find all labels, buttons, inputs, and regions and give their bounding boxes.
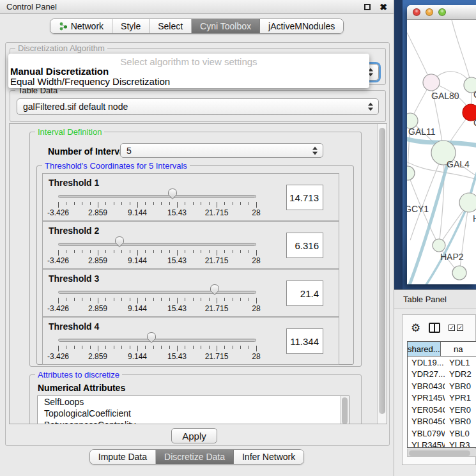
slider-thumb-icon[interactable]: [146, 332, 157, 346]
cell-shared-name: YPR145W: [408, 393, 445, 403]
column-header-shared[interactable]: shared...: [408, 342, 441, 356]
slider-thumb-icon[interactable]: [210, 284, 220, 298]
table-row[interactable]: YLR345WYLR3: [408, 440, 476, 449]
table-horizontal-scrollbar[interactable]: [407, 449, 476, 457]
slider-tick: [185, 298, 185, 301]
table-row[interactable]: YDL19...YDL1: [408, 357, 476, 369]
tab-select[interactable]: Select: [150, 19, 192, 33]
threshold-value-field[interactable]: 6.316: [286, 233, 323, 258]
slider-thumb-icon[interactable]: [114, 236, 125, 250]
table-data-select[interactable]: galFiltered.sif default node: [17, 98, 379, 115]
bottom-tab-impute-data[interactable]: Impute Data: [90, 450, 156, 464]
apply-button[interactable]: Apply: [171, 428, 217, 443]
close-traffic-light[interactable]: [413, 8, 420, 16]
column-header-name[interactable]: na: [441, 342, 476, 356]
node-label: H: [473, 213, 476, 224]
table-row[interactable]: YDR27...YDR2: [408, 369, 476, 381]
slider-tick: [169, 346, 170, 349]
slider-tick: [185, 250, 185, 253]
network-node[interactable]: [452, 266, 466, 280]
tab-network[interactable]: Network: [50, 19, 112, 33]
algorithm-dropdown-popup: Select algorithm to view settings Manual…: [8, 54, 369, 88]
slider-track[interactable]: [58, 339, 256, 342]
slider-tick: [145, 202, 146, 205]
gear-icon[interactable]: ⚙: [411, 323, 420, 334]
slider-tick: [82, 298, 82, 301]
slider-tick: [130, 298, 130, 301]
list-scrollbar[interactable]: [340, 396, 349, 424]
slider-tick: [185, 346, 185, 349]
table-row[interactable]: YBR043CYBR0: [408, 380, 476, 392]
zoom-traffic-light[interactable]: [438, 8, 446, 16]
algorithm-option-equal-width[interactable]: Equal Width/Frequency Discretization: [10, 76, 170, 87]
checked-checkbox-icon[interactable]: ✓: [457, 325, 463, 331]
attributes-group: Attributes to discretize Numerical Attri…: [29, 374, 362, 424]
number-of-intervals-select[interactable]: 5: [120, 143, 323, 158]
slider-tick: [82, 346, 82, 349]
slider-track[interactable]: [58, 195, 256, 198]
numerical-attributes-list[interactable]: SelfLoopsTopologicalCoefficientBetweenne…: [37, 395, 349, 424]
slider-tick: [105, 346, 106, 349]
split-columns-icon[interactable]: [429, 323, 440, 333]
algorithm-option-manual[interactable]: Manual Discretization: [10, 66, 109, 77]
slider-scale-label: -3.426: [47, 208, 69, 217]
table-row[interactable]: YPR145WYPR1: [408, 392, 476, 404]
table-row[interactable]: YER054CYER0: [408, 404, 476, 416]
list-item[interactable]: BetweennessCentrality: [38, 419, 349, 424]
bottom-tab-discretize-data[interactable]: Discretize Data: [156, 450, 234, 464]
slider-tick: [105, 202, 106, 205]
threshold-slider[interactable]: -3.4262.8599.14415.4321.71528: [58, 318, 256, 365]
threshold-value-field[interactable]: 11.344: [286, 328, 323, 354]
tab-jactivemnodules[interactable]: jActiveMNodules: [260, 19, 343, 33]
table-row[interactable]: YBR045CYBR0: [408, 416, 476, 428]
threshold-value-field[interactable]: 14.713: [286, 185, 323, 210]
close-icon[interactable]: ✖: [380, 4, 387, 10]
table-row[interactable]: YBL079WYBL0: [408, 427, 476, 440]
threshold-slider[interactable]: -3.4262.8599.14415.4321.71528: [58, 222, 256, 270]
threshold-value-field[interactable]: 21.4: [286, 280, 323, 306]
slider-scale-label: -3.426: [47, 352, 69, 361]
panel-title: Control Panel: [6, 2, 364, 12]
table-panel-title: Table Panel: [403, 295, 447, 304]
slider-tick: [130, 202, 130, 205]
slider-tick: [153, 298, 154, 301]
threshold-slider[interactable]: -3.4262.8599.14415.4321.71528: [58, 174, 256, 222]
top-tab-bar: NetworkStyleSelectCyni ToolboxjActiveMNo…: [0, 19, 394, 34]
slider-tick: [114, 298, 114, 301]
checked-checkbox-icon[interactable]: ✓: [449, 325, 455, 331]
threshold-slider[interactable]: -3.4262.8599.14415.4321.71528: [58, 270, 256, 318]
desktop-background: GAL80GCGAL11GAL4GCY1HHAP2: [403, 0, 476, 289]
float-window-icon[interactable]: [364, 4, 371, 10]
slider-tick: [137, 298, 138, 303]
settings-scrollbar[interactable]: [377, 124, 387, 424]
slider-tick: [161, 250, 162, 253]
slider-scale-label: 28: [252, 304, 260, 313]
tab-cyni-toolbox[interactable]: Cyni Toolbox: [192, 19, 260, 33]
network-node[interactable]: [407, 166, 415, 180]
minimize-traffic-light[interactable]: [426, 8, 433, 16]
node-table[interactable]: shared... na YDL19...YDL1YDR27...YDR2YBR…: [407, 341, 476, 448]
slider-scale-label: 2.859: [88, 352, 107, 361]
cell-name: YBL0: [445, 429, 470, 438]
slider-tick: [90, 346, 91, 349]
slider-track[interactable]: [58, 291, 256, 294]
slider-tick: [58, 202, 59, 208]
cell-shared-name: YER054C: [408, 405, 445, 415]
slider-thumb-icon[interactable]: [167, 188, 178, 203]
cell-shared-name: YDL19...: [408, 358, 445, 367]
slider-track[interactable]: [58, 243, 256, 246]
network-node[interactable]: [433, 239, 445, 252]
network-node[interactable]: [459, 193, 476, 212]
slider-tick: [177, 298, 178, 303]
network-node[interactable]: [423, 74, 440, 91]
cell-shared-name: YBR043C: [408, 381, 445, 391]
list-item[interactable]: SelfLoops: [38, 396, 349, 408]
slider-tick: [249, 298, 249, 301]
bottom-tab-infer-network[interactable]: Infer Network: [234, 450, 303, 464]
tab-style[interactable]: Style: [112, 19, 150, 33]
network-canvas[interactable]: GAL80GCGAL11GAL4GCY1HHAP2: [407, 20, 476, 284]
cell-name: YPR1: [445, 393, 471, 403]
cell-shared-name: YDR27...: [408, 369, 445, 379]
list-item[interactable]: TopologicalCoefficient: [38, 408, 349, 419]
table-panel-body: ⚙ ✓ ✓ shared... na YDL19...YDL1YDR27...Y…: [394, 309, 476, 476]
